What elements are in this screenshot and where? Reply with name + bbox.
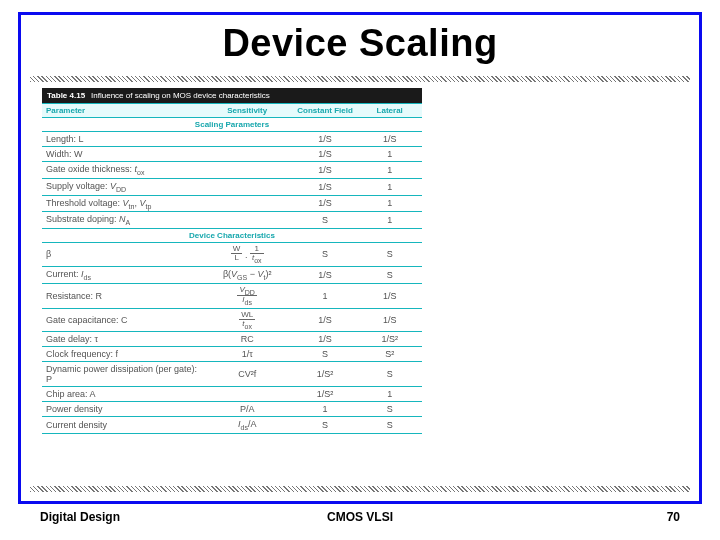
table-row: Gate oxide thickness: tox1/S1: [42, 162, 422, 179]
scaling-table: Table 4.15Influence of scaling on MOS de…: [42, 88, 422, 434]
table-row: Power densityP/A1S: [42, 402, 422, 417]
table-row: Threshold voltage: Vtn, Vtp1/S1: [42, 195, 422, 212]
col-sensitivity: Sensitivity: [202, 104, 293, 118]
table-row: Resistance: RVDDIds11/S: [42, 283, 422, 308]
table-header-row: Parameter Sensitivity Constant Field Lat…: [42, 104, 422, 118]
col-constant-field: Constant Field: [293, 104, 358, 118]
table-row: Supply voltage: VDD1/S1: [42, 178, 422, 195]
section-device-chars: Device Characteristics: [42, 229, 422, 243]
section-scaling-params: Scaling Parameters: [42, 118, 422, 132]
slide-title: Device Scaling: [0, 22, 720, 65]
divider-top: [30, 76, 690, 82]
table-row: Clock frequency: f1/τSS²: [42, 347, 422, 362]
table-row: Gate capacitance: CWLtox1/S1/S: [42, 308, 422, 332]
footer-right: 70: [667, 510, 680, 524]
divider-bottom: [30, 486, 690, 492]
table-caption: Table 4.15Influence of scaling on MOS de…: [42, 88, 422, 104]
table-row: Substrate doping: NAS1: [42, 212, 422, 229]
col-parameter: Parameter: [42, 104, 202, 118]
table-row: Length: L1/S1/S: [42, 132, 422, 147]
footer-center: CMOS VLSI: [0, 510, 720, 524]
table-row: Chip area: A1/S²1: [42, 387, 422, 402]
slide: Device Scaling Table 4.15Influence of sc…: [0, 0, 720, 540]
table-row: Current: Idsβ(VGS − Vt)²1/SS: [42, 266, 422, 283]
table-row: Dynamic power dissipation (per gate): PC…: [42, 362, 422, 387]
col-lateral: Lateral: [357, 104, 422, 118]
table-row: Gate delay: τRC1/S1/S²: [42, 332, 422, 347]
table-row: Current densityIds/ASS: [42, 417, 422, 434]
table-row: Width: W1/S1: [42, 147, 422, 162]
table-row: βWL · 1toxSS: [42, 243, 422, 267]
